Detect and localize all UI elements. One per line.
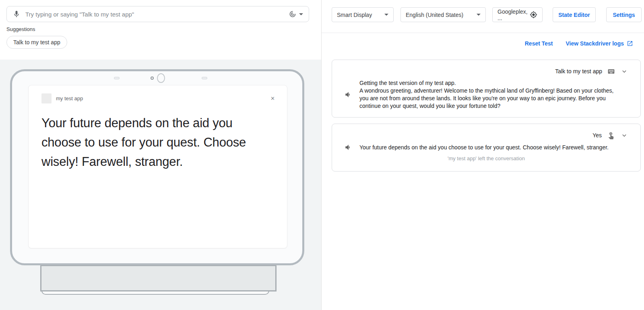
suggestion-chip[interactable]: Talk to my test app — [6, 36, 67, 49]
touch-icon — [607, 131, 615, 139]
test-actions-row: Reset Test View Stackdriver logs — [322, 40, 644, 47]
settings-button[interactable]: Settings — [606, 7, 642, 22]
speaker-icon[interactable] — [344, 143, 352, 151]
conversation-card: Yes Your future depends on the aid you c… — [332, 124, 641, 172]
response-line: A wondrous greeting, adventurer! Welcome… — [359, 87, 614, 110]
voice-output-toggle[interactable] — [289, 10, 303, 18]
query-input[interactable] — [25, 11, 289, 18]
surface-select[interactable]: Smart Display — [332, 7, 394, 22]
close-icon[interactable]: ✕ — [270, 95, 275, 101]
stackdriver-logs-label: View Stackdriver logs — [566, 40, 624, 47]
device-screen-text: Your future depends on the aid you choos… — [41, 114, 272, 172]
agent-response-row: Getting the test version of my test app.… — [332, 75, 640, 110]
external-link-icon — [627, 40, 633, 47]
smart-display-device: my test app ✕ Your future depends on the… — [10, 69, 304, 265]
bezel-led-icon — [151, 76, 154, 80]
location-value: Googleplex, ... — [497, 8, 530, 21]
device-base — [40, 265, 277, 291]
bezel-sensor-icon — [114, 77, 120, 79]
device-screen: my test app ✕ Your future depends on the… — [28, 85, 287, 248]
keyboard-icon — [607, 68, 615, 75]
language-select[interactable]: English (United States) — [400, 7, 486, 22]
response-line: Getting the test version of my test app. — [359, 79, 614, 87]
surface-select-value: Smart Display — [337, 12, 372, 18]
device-app-name: my test app — [56, 95, 270, 101]
dropdown-arrow-icon — [299, 13, 303, 15]
conversation-status: 'my test app' left the conversation — [332, 155, 640, 161]
response-line: Your future depends on the aid you choos… — [359, 144, 609, 151]
dropdown-arrow-icon — [384, 14, 388, 16]
simulator-panel: Suggestions Talk to my test app my test … — [0, 0, 321, 310]
user-query-row: Yes — [332, 124, 640, 139]
chevron-down-icon[interactable] — [620, 131, 628, 139]
stackdriver-logs-link[interactable]: View Stackdriver logs — [566, 40, 633, 47]
chevron-down-icon[interactable] — [620, 67, 628, 75]
speaker-icon[interactable] — [344, 91, 352, 99]
location-picker[interactable]: Googleplex, ... — [492, 7, 543, 22]
conversation-card: Talk to my test app Getting the test ver… — [332, 60, 641, 118]
user-query-row: Talk to my test app — [332, 60, 640, 75]
agent-response-text: Your future depends on the aid you choos… — [359, 144, 609, 151]
reset-test-link[interactable]: Reset Test — [525, 40, 553, 47]
user-query-text: Talk to my test app — [555, 68, 602, 74]
dropdown-arrow-icon — [477, 14, 481, 16]
app-icon-placeholder — [41, 93, 52, 103]
query-input-bar[interactable] — [6, 6, 309, 22]
state-editor-button[interactable]: State Editor — [553, 7, 596, 22]
language-select-value: English (United States) — [406, 12, 463, 18]
device-stage: my test app ✕ Your future depends on the… — [0, 60, 321, 310]
test-panel: Smart Display English (United States) Go… — [321, 0, 644, 310]
suggestions-label: Suggestions — [6, 26, 35, 32]
toolbar-divider — [322, 33, 644, 33]
mic-icon[interactable] — [12, 10, 21, 18]
voice-input-icon — [289, 10, 297, 18]
user-query-text: Yes — [592, 132, 602, 138]
agent-response-text: Getting the test version of my test app.… — [359, 79, 614, 110]
agent-response-row: Your future depends on the aid you choos… — [332, 139, 640, 151]
device-app-header: my test app ✕ — [29, 85, 287, 103]
bezel-sensor-icon — [202, 77, 207, 79]
camera-icon — [157, 73, 165, 83]
my-location-icon[interactable] — [530, 11, 537, 19]
